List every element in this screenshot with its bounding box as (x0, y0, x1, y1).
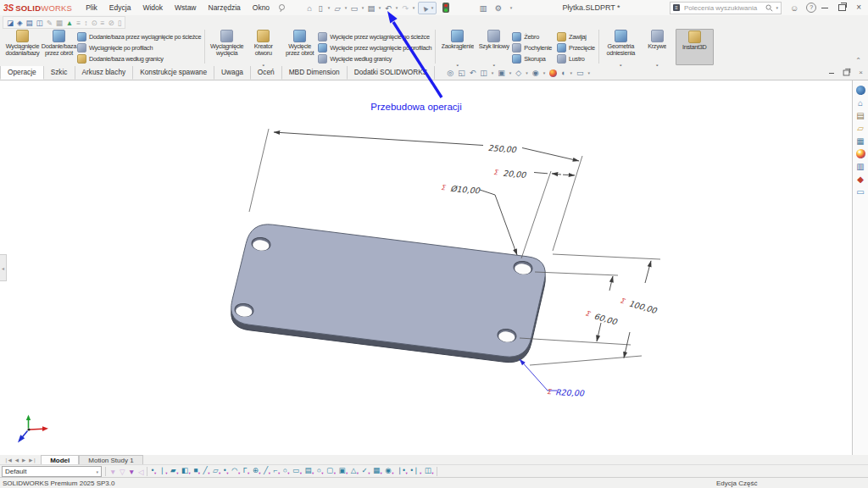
view-settings-caret[interactable]: ▾ (588, 70, 591, 75)
open-icon[interactable]: ▱ (333, 3, 342, 13)
tab-ocen[interactable]: Oceń (251, 66, 282, 80)
tab-konstrukcje-spawane[interactable]: Konstrukcje spawane (133, 66, 214, 80)
document-close-button[interactable]: × (859, 69, 863, 77)
menu-plik[interactable]: Plik (81, 2, 103, 14)
configuration-select[interactable]: Default▾ (2, 466, 102, 477)
menu-narzedzia[interactable]: Narzędzia (203, 2, 246, 14)
draft-button[interactable]: Pochylenie (512, 42, 552, 53)
login-icon[interactable]: ☺ (790, 3, 798, 13)
zoom-to-area-icon[interactable]: ◱ (458, 69, 465, 77)
macro-icon-5[interactable]: ✎ (47, 19, 53, 27)
reference-geometry-button[interactable]: Geometria odniesienia ▾ (603, 29, 639, 68)
extruded-cut-button[interactable]: Wyciągnięcie wycięcia (209, 29, 245, 64)
linear-pattern-button[interactable]: Szyk liniowy ▾ (476, 29, 512, 68)
macro-icon-3[interactable]: ▤ (26, 19, 33, 27)
menu-wstaw[interactable]: Wstaw (170, 2, 202, 14)
graphics-area[interactable] (0, 80, 853, 455)
zoom-to-fit-icon[interactable]: ◎ (447, 69, 453, 77)
apply-scene-caret[interactable]: ▾ (570, 70, 573, 75)
apply-scene-icon[interactable]: ◐ (561, 69, 565, 77)
design-library-icon[interactable]: ▤ (855, 110, 866, 121)
macro-icon-7[interactable]: ▲ (66, 19, 73, 27)
toggle-selection-filters-icon[interactable]: ▼ (109, 467, 116, 477)
prev-tab-button[interactable]: ◀ (14, 458, 19, 463)
wrap-button[interactable]: Zawijaj (557, 31, 595, 42)
view-orientation-caret[interactable]: ▾ (509, 70, 512, 75)
instant3d-button[interactable]: Instant3D (676, 29, 714, 65)
print-icon[interactable]: ▤ (367, 3, 376, 13)
revolved-cut-button[interactable]: Wycięcie przez obrót (281, 29, 318, 64)
hide-show-items-caret[interactable]: ▾ (543, 70, 546, 75)
macro-icon-8[interactable]: ≡ (76, 19, 81, 27)
close-button[interactable]: × (856, 3, 861, 12)
tab-uwaga[interactable]: Uwaga (214, 66, 251, 80)
select-all-filters-icon[interactable]: ▼ (128, 467, 135, 477)
search-icon[interactable] (765, 4, 773, 12)
hole-wizard-button[interactable]: Kreator otworu ▾ (245, 29, 281, 68)
print-caret[interactable]: ▾ (378, 5, 381, 10)
hide-show-items-icon[interactable]: ◉ (532, 69, 539, 77)
fillet-button[interactable]: Zaokrąglenie ▾ (439, 29, 476, 68)
section-view-icon[interactable]: ◫ (480, 69, 487, 77)
save-icon[interactable]: ▭ (350, 3, 359, 13)
macro-icon-11[interactable]: ≡ (101, 19, 105, 27)
pin-menu-icon[interactable] (278, 4, 285, 11)
last-tab-button[interactable]: ▶❘ (28, 458, 37, 463)
revolved-boss-button[interactable]: Dodanie/baza przez obrót (41, 29, 77, 64)
macro-icon-9[interactable]: ↕ (84, 19, 87, 27)
options-caret[interactable]: ▾ (509, 5, 513, 10)
comments-icon[interactable]: ▭ (855, 186, 866, 197)
menu-edycja[interactable]: Edycja (104, 2, 136, 14)
document-minimize-button[interactable] (829, 73, 834, 74)
mirror-button[interactable]: Lustro (557, 53, 595, 64)
swept-boss-button[interactable]: Dodanie/baza przez wyciągnięcie po ścież… (77, 31, 201, 42)
tab-mbd-dimension[interactable]: MBD Dimension (282, 66, 348, 80)
boundary-boss-button[interactable]: Dodanie/baza według granicy (77, 53, 201, 64)
clear-all-filters-icon[interactable]: ▽ (120, 467, 125, 477)
rib-button[interactable]: Żebro (512, 31, 552, 42)
macro-icon-2[interactable]: ◈ (17, 19, 23, 27)
appearances-scenes-icon[interactable] (856, 149, 865, 158)
extruded-boss-button[interactable]: Wyciągnięcie dodania/bazy (4, 29, 41, 64)
new-document-icon[interactable]: ▯ (316, 3, 325, 13)
resources-home-icon[interactable]: ⌂ (855, 97, 866, 108)
edit-appearance-icon[interactable] (549, 69, 557, 77)
tab-dodatki-solidworks[interactable]: Dodatki SOLIDWORKS (348, 66, 436, 80)
macro-icon-12[interactable]: ⊘ (108, 19, 114, 27)
swept-cut-button[interactable]: Wycięcie przez wyciągnięcie po ścieżce (318, 31, 431, 42)
tab-arkusz-blachy[interactable]: Arkusz blachy (75, 66, 134, 80)
file-explorer-icon[interactable]: ▱ (855, 123, 866, 134)
previous-view-icon[interactable]: ↶ (470, 69, 476, 77)
help-icon[interactable]: ? (806, 3, 816, 13)
first-tab-button[interactable]: ❘◀ (3, 458, 13, 463)
undo-icon[interactable]: ↶ (384, 3, 392, 13)
new-document-caret[interactable]: ▾ (327, 5, 331, 10)
macro-icon-10[interactable]: ⊙ (91, 19, 97, 27)
options-gear-icon[interactable]: ⚙ (494, 3, 503, 13)
home-icon[interactable]: ⌂ (305, 3, 314, 13)
undo-caret[interactable]: ▾ (395, 5, 398, 10)
feature-manager-collapse-handle[interactable]: ◂ (0, 254, 7, 281)
lofted-cut-button[interactable]: Wycięcie przez wyciągnięcie po profilach (318, 42, 431, 53)
macro-icon-1[interactable]: ◪ (7, 19, 14, 27)
tab-operacje[interactable]: Operacje (0, 66, 44, 80)
restore-button[interactable] (838, 4, 846, 11)
marketplace-globe-icon[interactable] (856, 86, 865, 95)
view-settings-icon[interactable]: ▭ (576, 69, 584, 77)
intersect-button[interactable]: Przecięcie (557, 42, 595, 53)
menu-widok[interactable]: Widok (137, 2, 168, 14)
select-tool-icon[interactable]: ▲ (419, 2, 431, 14)
select-tool-caret[interactable]: ▾ (431, 5, 434, 10)
next-tab-button[interactable]: ▶ (21, 458, 26, 463)
document-restore-button[interactable] (843, 70, 850, 76)
display-style-icon[interactable]: ◇ (515, 69, 521, 77)
minimize-button[interactable] (821, 8, 828, 8)
custom-properties-icon[interactable]: ▥ (855, 161, 866, 172)
open-caret[interactable]: ▾ (344, 5, 348, 10)
menu-okno[interactable]: Okno (248, 2, 275, 14)
curves-button[interactable]: Krzywe ▾ (639, 29, 676, 68)
section-view-caret[interactable]: ▾ (492, 70, 494, 75)
view-palette-icon[interactable]: ▦ (855, 136, 866, 147)
save-caret[interactable]: ▾ (361, 5, 364, 10)
macro-icon-6[interactable]: ▦ (56, 19, 63, 27)
